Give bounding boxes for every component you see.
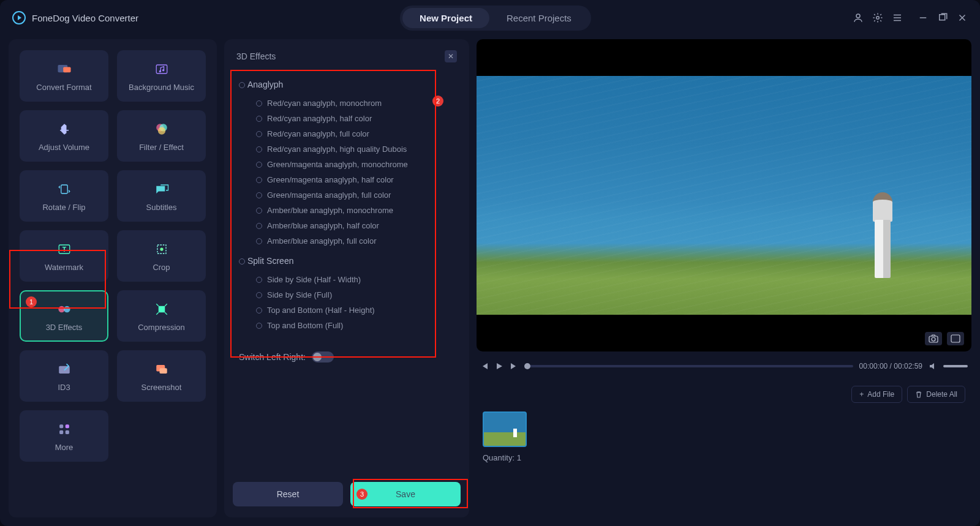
save-label: Save bbox=[396, 489, 415, 499]
tool-label: Background Music bbox=[129, 83, 194, 92]
radio-option[interactable]: Side by Side (Full) bbox=[256, 287, 454, 302]
play-button[interactable] bbox=[495, 362, 503, 370]
switch-left-right-toggle[interactable] bbox=[312, 351, 334, 363]
radio-option[interactable]: Green/magenta anaglyph, full color bbox=[256, 187, 454, 203]
skip-forward-icon bbox=[510, 362, 518, 370]
radio-option[interactable]: Red/cyan anaglyph, full color bbox=[256, 126, 454, 141]
tool-convert-format[interactable]: Convert Format bbox=[20, 50, 108, 102]
tool-more[interactable]: More bbox=[20, 410, 108, 462]
convert-format-icon bbox=[56, 61, 73, 78]
radio-option[interactable]: Red/cyan anaglyph, high quality Dubois bbox=[256, 141, 454, 157]
music-icon bbox=[153, 61, 170, 78]
watermark-icon: T bbox=[56, 241, 73, 258]
tool-subtitles[interactable]: Subtitles bbox=[117, 170, 206, 222]
add-file-button[interactable]: + Add File bbox=[851, 386, 902, 403]
camera-icon bbox=[929, 334, 938, 343]
tool-screenshot[interactable]: Screenshot bbox=[117, 350, 206, 402]
tool-filter-effect[interactable]: Filter / Effect bbox=[117, 110, 206, 162]
radio-option[interactable]: Green/magenta anaglyph, monochrome bbox=[256, 157, 454, 172]
file-queue: + Add File Delete All Quantity: 1 bbox=[477, 381, 971, 517]
reset-button[interactable]: Reset bbox=[233, 482, 343, 506]
radio-option[interactable]: Side by Side (Half - Width) bbox=[256, 272, 454, 287]
radio-option[interactable]: Red/cyan anaglyph, half color bbox=[256, 111, 454, 126]
trash-icon bbox=[915, 391, 922, 398]
group-split-screen[interactable]: Split Screen bbox=[247, 256, 454, 266]
progress-bar[interactable] bbox=[524, 365, 853, 367]
tool-label: More bbox=[55, 443, 74, 452]
radio-option[interactable]: Amber/blue anaglyph, monochrome bbox=[256, 203, 454, 218]
tool-id3[interactable]: ID3 bbox=[20, 350, 108, 402]
app-logo-icon bbox=[12, 11, 26, 24]
fullscreen-button[interactable] bbox=[947, 332, 964, 345]
volume-icon bbox=[56, 121, 73, 138]
svg-point-10 bbox=[157, 127, 165, 134]
progress-handle[interactable] bbox=[524, 363, 530, 369]
volume-slider[interactable] bbox=[943, 365, 968, 367]
save-button[interactable]: 3 Save bbox=[350, 482, 461, 506]
radio-option[interactable]: Red/cyan anaglyph, monochrom bbox=[256, 96, 454, 111]
tab-recent-projects[interactable]: Recent Projects bbox=[489, 8, 589, 28]
radio-option[interactable]: Amber/blue anaglyph, half color bbox=[256, 218, 454, 233]
panel-close-button[interactable]: ✕ bbox=[445, 50, 457, 62]
callout-2: 2 bbox=[432, 96, 443, 107]
tool-label: Watermark bbox=[45, 263, 83, 272]
next-button[interactable] bbox=[510, 362, 518, 370]
snapshot-button[interactable] bbox=[925, 332, 942, 345]
menu-icon[interactable] bbox=[892, 12, 903, 23]
user-icon[interactable] bbox=[853, 12, 864, 23]
svg-point-0 bbox=[856, 14, 860, 18]
maximize-icon[interactable] bbox=[937, 12, 948, 23]
switch-label: Switch Left Right: bbox=[239, 352, 306, 362]
queue-thumbnail[interactable] bbox=[483, 411, 527, 447]
time-display: 00:00:00 / 00:02:59 bbox=[859, 362, 922, 370]
close-icon[interactable] bbox=[957, 12, 968, 23]
tool-3d-effects[interactable]: 1 3D Effects bbox=[20, 290, 108, 342]
callout-1: 1 bbox=[26, 296, 37, 307]
tool-compression[interactable]: Compression bbox=[117, 290, 206, 342]
window-controls bbox=[918, 12, 968, 23]
tool-label: Crop bbox=[153, 263, 170, 272]
tool-label: Screenshot bbox=[141, 383, 182, 392]
callout-3: 3 bbox=[356, 489, 368, 500]
tool-rotate-flip[interactable]: Rotate / Flip bbox=[20, 170, 108, 222]
volume-button[interactable] bbox=[929, 362, 937, 370]
quantity-text: Quantity: 1 bbox=[483, 453, 965, 462]
tool-label: Rotate / Flip bbox=[42, 203, 85, 212]
tool-adjust-volume[interactable]: Adjust Volume bbox=[20, 110, 108, 162]
preview-area: 00:00:00 / 00:02:59 + Add File Delete Al… bbox=[477, 39, 971, 517]
svg-point-17 bbox=[64, 306, 70, 312]
svg-rect-21 bbox=[159, 368, 167, 374]
group-anaglyph[interactable]: Anaglyph bbox=[247, 80, 454, 89]
content: Convert Format Background Music Adjust V… bbox=[0, 36, 980, 526]
tool-watermark[interactable]: T Watermark bbox=[20, 230, 108, 282]
volume-icon bbox=[929, 362, 937, 370]
player-overlay bbox=[925, 332, 964, 345]
radio-option[interactable]: Amber/blue anaglyph, full color bbox=[256, 233, 454, 249]
anaglyph-options: Red/cyan anaglyph, monochrom Red/cyan an… bbox=[239, 96, 454, 249]
tool-crop[interactable]: Crop bbox=[117, 230, 206, 282]
panel-header: 3D Effects ✕ bbox=[233, 48, 461, 69]
tool-label: ID3 bbox=[58, 383, 70, 392]
radio-option[interactable]: Top and Bottom (Full) bbox=[256, 318, 454, 333]
settings-panel: 3D Effects ✕ 2 Anaglyph Red/cyan anaglyp… bbox=[224, 39, 469, 517]
minimize-icon[interactable] bbox=[918, 12, 929, 23]
svg-point-7 bbox=[162, 69, 164, 72]
project-tabs: New Project Recent Projects bbox=[400, 6, 591, 31]
radio-option[interactable]: Top and Bottom (Half - Height) bbox=[256, 302, 454, 318]
svg-rect-4 bbox=[63, 67, 70, 72]
svg-rect-18 bbox=[158, 306, 165, 312]
skip-back-icon bbox=[480, 362, 489, 370]
video-frame bbox=[477, 76, 971, 315]
settings-icon[interactable] bbox=[872, 12, 883, 23]
tool-background-music[interactable]: Background Music bbox=[117, 50, 206, 102]
crop-icon bbox=[153, 241, 170, 258]
plus-icon: + bbox=[859, 390, 864, 399]
tab-new-project[interactable]: New Project bbox=[402, 8, 489, 28]
radio-option[interactable]: Green/magenta anaglyph, half color bbox=[256, 172, 454, 187]
tool-label: Filter / Effect bbox=[139, 143, 184, 152]
svg-rect-25 bbox=[65, 430, 69, 434]
delete-all-button[interactable]: Delete All bbox=[907, 386, 965, 403]
prev-button[interactable] bbox=[480, 362, 489, 370]
video-player[interactable] bbox=[477, 39, 971, 351]
svg-rect-28 bbox=[951, 335, 960, 342]
